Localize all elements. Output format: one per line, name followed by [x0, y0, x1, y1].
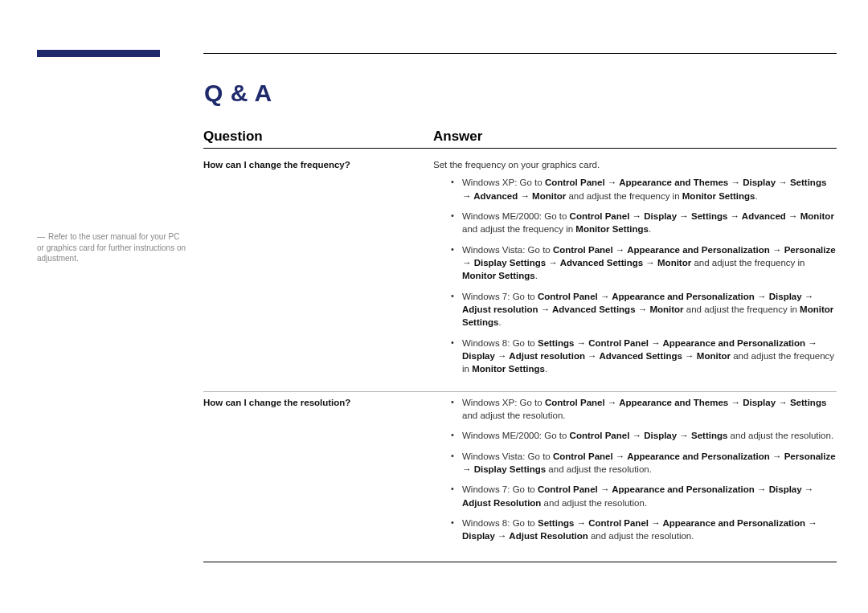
- column-headers: Question Answer: [203, 129, 837, 145]
- top-rule: [203, 53, 837, 54]
- qa-row: How can I change the resolution?Windows …: [203, 392, 837, 562]
- answer-item: Windows XP: Go to Control Panel → Appear…: [433, 176, 837, 202]
- answer-item: Windows ME/2000: Go to Control Panel → D…: [433, 429, 837, 442]
- header-rule: [203, 148, 837, 149]
- answer-item: Windows 7: Go to Control Panel → Appeara…: [433, 483, 837, 509]
- answer-item: Windows ME/2000: Go to Control Panel → D…: [433, 210, 837, 236]
- page-title: Q & A: [204, 80, 272, 107]
- answer-item: Windows XP: Go to Control Panel → Appear…: [433, 396, 837, 423]
- qa-rows: How can I change the frequency?Set the f…: [203, 154, 837, 562]
- sidenote-dash-icon: ―: [37, 232, 45, 241]
- column-header-question: Question: [203, 129, 433, 145]
- sidenote: ―Refer to the user manual for your PC or…: [37, 231, 188, 264]
- answer-cell: Set the frequency on your graphics card.…: [433, 158, 837, 383]
- question-cell: How can I change the resolution?: [203, 396, 433, 550]
- answer-item: Windows 8: Go to Settings → Control Pane…: [433, 337, 837, 376]
- sidenote-text: Refer to the user manual for your PC or …: [37, 232, 186, 263]
- question-cell: How can I change the frequency?: [203, 158, 433, 383]
- answer-intro: Set the frequency on your graphics card.: [433, 158, 837, 171]
- answer-list: Windows XP: Go to Control Panel → Appear…: [433, 176, 837, 375]
- column-header-answer: Answer: [433, 129, 837, 145]
- answer-cell: Windows XP: Go to Control Panel → Appear…: [433, 396, 837, 550]
- qa-row: How can I change the frequency?Set the f…: [203, 154, 837, 392]
- answer-list: Windows XP: Go to Control Panel → Appear…: [433, 396, 837, 543]
- accent-bar: [37, 50, 160, 57]
- answer-item: Windows 7: Go to Control Panel → Appeara…: [433, 290, 837, 329]
- answer-item: Windows Vista: Go to Control Panel → App…: [433, 450, 837, 476]
- page: Q & A Question Answer ―Refer to the user…: [0, 0, 868, 613]
- answer-item: Windows 8: Go to Settings → Control Pane…: [433, 517, 837, 543]
- answer-item: Windows Vista: Go to Control Panel → App…: [433, 243, 837, 283]
